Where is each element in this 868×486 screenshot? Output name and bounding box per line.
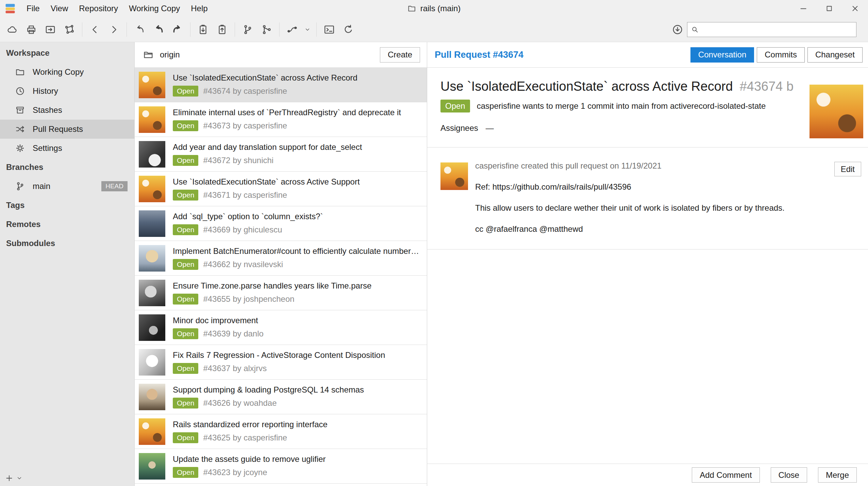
tab-changeset[interactable]: Changeset <box>807 47 863 63</box>
network-button[interactable] <box>60 20 79 39</box>
back-button[interactable] <box>85 20 104 39</box>
network-icon <box>64 24 75 35</box>
maximize-button[interactable] <box>816 0 842 17</box>
conversation-empty-area <box>427 249 868 464</box>
remote-name: origin <box>160 50 180 59</box>
app-icon[interactable] <box>4 2 16 15</box>
create-pull-request-button[interactable]: Create <box>380 47 420 63</box>
pull-request-item[interactable]: Minor doc improvement Open #43639 by dan… <box>135 310 427 345</box>
menu-file[interactable]: File <box>21 0 45 17</box>
pull-request-item[interactable]: Rails standardized error reporting inter… <box>135 414 427 449</box>
push-button[interactable] <box>168 20 187 39</box>
comment-line: cc @rafaelfranca @matthewd <box>475 224 814 234</box>
minimize-button[interactable] <box>790 0 816 17</box>
gitflow-button[interactable] <box>283 20 302 39</box>
chevron-down-icon[interactable] <box>16 475 22 481</box>
avatar <box>139 245 165 272</box>
status-badge: Open <box>173 259 198 270</box>
chevron-down-icon <box>304 27 311 33</box>
sidebar-section-branches[interactable]: Branches <box>0 158 134 177</box>
avatar <box>139 210 165 237</box>
toolbar-separator <box>279 22 280 37</box>
open-in-button[interactable] <box>41 20 60 39</box>
add-repository-icon[interactable] <box>5 474 14 483</box>
pr-item-title: Ensure Time.zone.parse handles years lik… <box>173 281 423 291</box>
search-box <box>687 22 856 37</box>
assignees-label: Assignees <box>440 123 478 133</box>
pull-request-item[interactable]: Ensure Time.zone.parse handles years lik… <box>135 276 427 310</box>
pull-button[interactable] <box>149 20 168 39</box>
clipboard-up-icon <box>216 24 228 35</box>
menu-items: File View Repository Working Copy Help <box>21 0 213 17</box>
sidebar-section-workspace: Workspace <box>0 44 134 63</box>
detail-header: Pull Request #43674 Conversation Commits… <box>427 42 868 68</box>
sidebar-item-history[interactable]: History <box>0 82 134 101</box>
pull-request-item[interactable]: Eliminate internal uses of `PerThreadReg… <box>135 102 427 137</box>
app-window: File View Repository Working Copy Help r… <box>0 0 868 486</box>
pr-author-avatar <box>809 85 863 138</box>
menu-help[interactable]: Help <box>185 0 213 17</box>
add-comment-button[interactable]: Add Comment <box>692 467 760 483</box>
comment-author-avatar <box>440 162 468 190</box>
pull-request-item[interactable]: Fix Rails 7 Regression - ActiveStorage C… <box>135 345 427 380</box>
tab-conversation[interactable]: Conversation <box>690 47 754 63</box>
sidebar-section-tags[interactable]: Tags <box>0 196 134 215</box>
search-icon <box>691 25 699 34</box>
toolbar <box>0 17 868 42</box>
window-title: rails (main) <box>407 4 461 13</box>
fetch-button[interactable] <box>130 20 149 39</box>
pull-request-item[interactable]: Use `IsolatedExecutionState` across Acti… <box>135 172 427 206</box>
pull-arrow-icon <box>153 24 164 35</box>
menu-repository[interactable]: Repository <box>73 0 123 17</box>
pull-request-item[interactable]: Add year and day translation support for… <box>135 137 427 172</box>
avatar <box>139 176 165 202</box>
gitflow-dropdown-button[interactable] <box>302 20 313 39</box>
toolbar-separator <box>316 22 317 37</box>
cloud-button[interactable] <box>3 20 22 39</box>
terminal-button[interactable] <box>320 20 339 39</box>
refresh-button[interactable] <box>339 20 358 39</box>
tab-commits[interactable]: Commits <box>757 47 805 63</box>
chevron-left-icon <box>89 24 101 35</box>
status-badge: Open <box>440 100 470 112</box>
pull-request-item[interactable]: Support dumping & loading PostgreSQL 14 … <box>135 380 427 414</box>
pull-request-item[interactable]: Implement BatchEnumerator#count to effic… <box>135 241 427 276</box>
chevron-right-icon <box>108 24 120 35</box>
search-input[interactable] <box>702 25 853 34</box>
sidebar-item-stashes[interactable]: Stashes <box>0 101 134 120</box>
close-window-button[interactable] <box>842 0 868 17</box>
pr-item-title: Rails standardized error reporting inter… <box>173 420 423 429</box>
menu-view[interactable]: View <box>45 0 74 17</box>
pull-request-item[interactable]: Update the assets guide to remove uglifi… <box>135 449 427 484</box>
create-branch-button[interactable] <box>238 20 257 39</box>
notifications-button[interactable] <box>668 20 687 39</box>
pr-item-meta: #43673 by casperisfine <box>203 121 287 131</box>
sidebar-item-main-branch[interactable]: main HEAD <box>0 177 134 196</box>
stash-button[interactable] <box>194 20 213 39</box>
avatar <box>139 141 165 168</box>
sidebar-item-working-copy[interactable]: Working Copy <box>0 63 134 82</box>
history-clock-icon <box>15 86 25 96</box>
merge-branch-button[interactable] <box>257 20 276 39</box>
commit-button[interactable] <box>22 20 41 39</box>
pop-stash-button[interactable] <box>213 20 232 39</box>
merge-button[interactable]: Merge <box>818 467 857 483</box>
pull-request-item[interactable]: Add `sql_type` option to `column_exists?… <box>135 206 427 241</box>
forward-button[interactable] <box>104 20 123 39</box>
edit-button[interactable]: Edit <box>834 162 861 176</box>
menu-working-copy[interactable]: Working Copy <box>123 0 185 17</box>
close-icon <box>851 4 859 13</box>
pull-request-item[interactable]: Use `IsolatedExecutionState` across Acti… <box>135 68 427 102</box>
sidebar-item-pull-requests[interactable]: Pull Requests <box>0 120 134 139</box>
pr-item-meta: #43655 by joshpencheon <box>203 294 294 304</box>
close-pr-button[interactable]: Close <box>771 467 807 483</box>
branch-icon <box>242 24 253 35</box>
pr-item-title: Use `IsolatedExecutionState` across Acti… <box>173 177 423 187</box>
sidebar-section-remotes[interactable]: Remotes <box>0 215 134 234</box>
pull-request-list-panel: origin Create Use `IsolatedExecutionStat… <box>135 42 427 486</box>
status-badge: Open <box>173 363 198 374</box>
sidebar-item-settings[interactable]: Settings <box>0 139 134 158</box>
window-controls <box>790 0 868 17</box>
sidebar-section-submodules[interactable]: Submodules <box>0 234 134 253</box>
main-content: Workspace Working Copy History Stashes P… <box>0 42 868 486</box>
